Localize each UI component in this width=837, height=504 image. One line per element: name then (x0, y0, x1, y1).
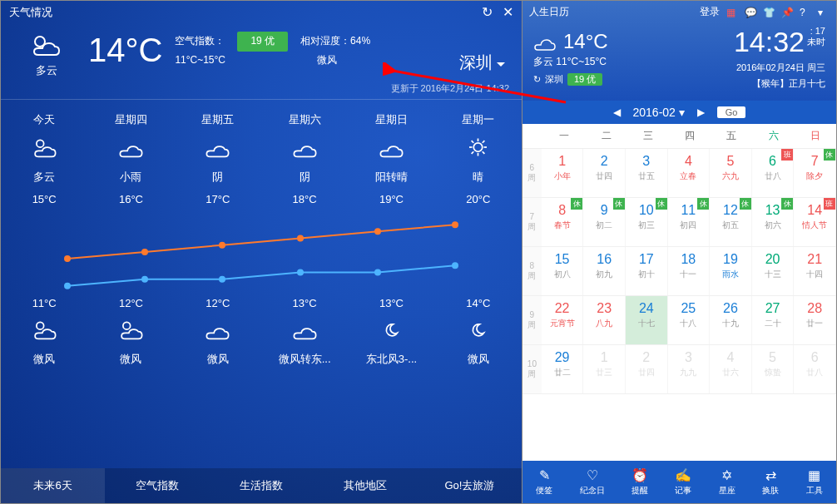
calendar-day[interactable]: 27二十 (752, 296, 795, 344)
cal-condition: 多云 11°C~15°C (533, 55, 734, 69)
calendar-day[interactable]: 4立春 (668, 149, 711, 197)
svg-point-24 (123, 322, 131, 329)
gift-icon[interactable]: ▦ (726, 7, 738, 18)
calendar-day[interactable]: 16初九 (583, 247, 626, 295)
pin-icon[interactable]: 📌 (781, 7, 793, 18)
weather-tab[interactable]: Go!去旅游 (418, 468, 522, 503)
calendar-day[interactable]: 2廿四 (583, 149, 626, 197)
weather-tab[interactable]: 未来6天 (1, 468, 105, 503)
forecast-day: 星期日 (349, 112, 433, 127)
forecast-condition: 多云 (2, 170, 86, 185)
cal-date: 2016年02月24日 周三 (734, 62, 825, 74)
forecast-low: 11°C (2, 297, 86, 309)
weekday-header: 二 (585, 124, 627, 148)
login-link[interactable]: 登录 (700, 5, 720, 19)
app-name: 人生日历 (529, 5, 569, 19)
svg-point-2 (474, 143, 483, 152)
calendar-day[interactable]: 19雨水 (710, 247, 752, 295)
calendar-day[interactable]: 17初十 (626, 247, 668, 295)
panel-title: 天气情况 (9, 5, 52, 20)
calendar-day[interactable]: 18十一 (668, 247, 711, 295)
calendar-day[interactable]: 20十三 (752, 247, 795, 295)
humidity: 相对湿度：64% (300, 32, 370, 51)
week-number: 10周 (523, 345, 542, 393)
toolbar-提醒[interactable]: ⏰提醒 (631, 467, 648, 497)
svg-point-20 (297, 269, 304, 275)
calendar-day[interactable]: 22元宵节 (542, 296, 584, 344)
calendar-day[interactable]: 3廿五 (626, 149, 668, 197)
close-icon[interactable]: ✕ (503, 4, 513, 20)
calendar-day[interactable]: 29廿二 (542, 345, 584, 393)
calendar-day[interactable]: 2廿四 (626, 345, 668, 393)
weather-tab[interactable]: 其他地区 (314, 468, 418, 503)
svg-point-19 (219, 276, 225, 283)
help-icon[interactable]: ? (800, 7, 811, 18)
forecast-high: 16°C (89, 193, 172, 205)
svg-point-12 (141, 249, 148, 255)
cal-city[interactable]: 深圳 (545, 73, 563, 86)
weekday-header: 三 (627, 124, 669, 148)
city-selector[interactable]: 深圳 (459, 52, 505, 74)
chat-icon[interactable]: 💬 (745, 7, 756, 18)
calendar-day[interactable]: 24十七 (626, 296, 668, 344)
calendar-day[interactable]: 5惊蛰 (752, 345, 795, 393)
calendar-day[interactable]: 23八九 (583, 296, 626, 344)
day-period: 未时 (807, 37, 825, 47)
calendar-day[interactable]: 4廿六 (710, 345, 752, 393)
temp-chart (26, 214, 497, 297)
calendar-day[interactable]: 休13初六 (752, 198, 795, 246)
aqi-badge: 19 优 (237, 32, 288, 52)
calendar-day[interactable]: 班6廿八 (752, 149, 795, 197)
shirt-icon[interactable]: 👕 (763, 7, 775, 18)
refresh-icon[interactable]: ↻ (482, 4, 493, 20)
next-month[interactable]: ▶ (697, 106, 705, 118)
calendar-day[interactable]: 3九九 (668, 345, 711, 393)
toolbar-工具[interactable]: ▦工具 (806, 467, 823, 497)
calendar-day[interactable]: 26十九 (710, 296, 752, 344)
weather-tab[interactable]: 空气指数 (105, 468, 209, 503)
toolbar-星座[interactable]: ✡星座 (719, 467, 735, 497)
calendar-day[interactable]: 休12初五 (710, 198, 752, 246)
go-button[interactable]: Go (717, 106, 746, 118)
calendar-day[interactable]: 休10初三 (626, 198, 668, 246)
forecast-high: 18°C (263, 193, 346, 205)
forecast-condition: 小雨 (89, 170, 172, 185)
forecast-day: 星期四 (89, 112, 172, 127)
calendar-day[interactable]: 25十八 (668, 296, 711, 344)
calendar-day[interactable]: 休9初二 (583, 198, 626, 246)
month-selector[interactable]: 2016-02 ▾ (633, 106, 685, 119)
cal-aqi: 19 优 (567, 73, 602, 86)
forecast-day: 星期五 (176, 112, 260, 127)
weekday-header: 一 (543, 124, 585, 148)
toolbar-记事[interactable]: ✍记事 (675, 467, 691, 497)
night-icon (176, 318, 260, 343)
aqi-label: 空气指数： (175, 32, 225, 51)
calendar-day[interactable]: 1小年 (542, 149, 584, 197)
cloudy-icon (30, 32, 63, 57)
calendar-day[interactable]: 休8春节 (542, 198, 584, 246)
svg-line-10 (472, 151, 474, 154)
calendar-day[interactable]: 15初八 (542, 247, 584, 295)
calendar-day[interactable]: 28廿一 (794, 296, 836, 344)
toolbar-便签[interactable]: ✎便签 (536, 467, 552, 497)
weather-panel: 天气情况 ↻ ✕ 多云 14°C 空气指数： 19 优 相对湿度：64% 11°… (0, 0, 523, 504)
toolbar-纪念日[interactable]: ♡纪念日 (580, 467, 605, 497)
cal-temp: 14°C (563, 30, 608, 53)
forecast-low: 12°C (89, 297, 172, 309)
calendar-day[interactable]: 休11初四 (668, 198, 711, 246)
current-temp: 14°C (88, 32, 162, 69)
weather-tab[interactable]: 生活指数 (209, 468, 313, 503)
calendar-day[interactable]: 21十四 (794, 247, 836, 295)
menu-icon[interactable]: ▾ (818, 7, 830, 18)
temp-range: 11°C~15°C (175, 52, 225, 70)
weather-icon (349, 136, 433, 161)
weather-tabs: 未来6天空气指数生活指数其他地区Go!去旅游 (1, 468, 522, 503)
toolbar-换肤[interactable]: ⇄换肤 (762, 467, 779, 497)
calendar-day[interactable]: 6廿八 (794, 345, 836, 393)
prev-month[interactable]: ◀ (613, 106, 621, 118)
calendar-day[interactable]: 5六九 (710, 149, 752, 197)
forecast-wind: 微风 (2, 352, 86, 367)
calendar-day[interactable]: 1廿三 (583, 345, 626, 393)
calendar-day[interactable]: 班14情人节 (794, 198, 836, 246)
calendar-day[interactable]: 休7除夕 (794, 149, 836, 197)
